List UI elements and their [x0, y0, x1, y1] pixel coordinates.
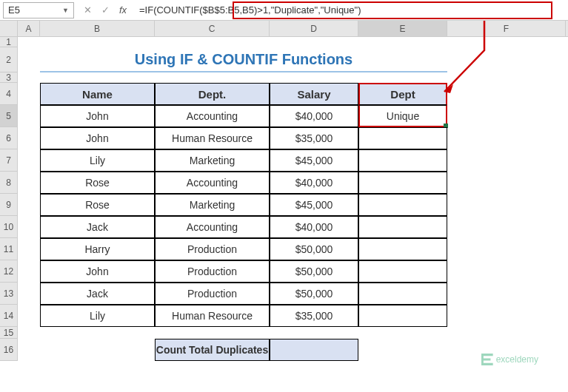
- cell[interactable]: [18, 339, 40, 361]
- cell[interactable]: [447, 72, 566, 83]
- row-header[interactable]: 14: [0, 305, 18, 327]
- row-header[interactable]: 13: [0, 283, 18, 305]
- cell-e[interactable]: [358, 194, 447, 216]
- cell-name[interactable]: Rose: [40, 194, 155, 216]
- row-header[interactable]: 5: [0, 105, 18, 127]
- cell-e[interactable]: [358, 260, 447, 283]
- cell-salary[interactable]: $40,000: [270, 172, 358, 194]
- cell-salary[interactable]: $35,000: [270, 305, 358, 327]
- col-header-C[interactable]: C: [155, 21, 270, 36]
- cell[interactable]: [18, 149, 40, 172]
- cell-dept[interactable]: Production: [155, 238, 270, 260]
- cell-dept[interactable]: Production: [155, 260, 270, 283]
- cell[interactable]: [155, 37, 270, 47]
- cell[interactable]: [18, 238, 40, 260]
- th-salary[interactable]: Salary: [270, 83, 358, 105]
- cell-salary[interactable]: $45,000: [270, 194, 358, 216]
- cell[interactable]: [447, 260, 566, 283]
- col-header-B[interactable]: B: [40, 21, 155, 36]
- cell[interactable]: [18, 194, 40, 216]
- select-all-cell[interactable]: [0, 21, 18, 36]
- cell[interactable]: [447, 37, 566, 47]
- cell[interactable]: [18, 260, 40, 283]
- cell-name[interactable]: Lily: [40, 305, 155, 327]
- count-dup-value[interactable]: [270, 339, 358, 361]
- cell[interactable]: [40, 339, 155, 361]
- cell-name[interactable]: Rose: [40, 172, 155, 194]
- cell-salary[interactable]: $40,000: [270, 216, 358, 238]
- cell[interactable]: [40, 37, 155, 47]
- cell[interactable]: [447, 238, 566, 260]
- cell[interactable]: [18, 327, 40, 339]
- cell-dept[interactable]: Marketing: [155, 194, 270, 216]
- cell-name[interactable]: Jack: [40, 216, 155, 238]
- enter-button[interactable]: ✓: [99, 4, 111, 16]
- row-header[interactable]: 8: [0, 172, 18, 194]
- row-header[interactable]: 10: [0, 216, 18, 238]
- name-box[interactable]: E5 ▼: [3, 2, 74, 18]
- th-dept[interactable]: Dept.: [155, 83, 270, 105]
- cell[interactable]: [18, 305, 40, 327]
- cell-e[interactable]: [358, 305, 447, 327]
- col-header-E[interactable]: E: [358, 21, 447, 36]
- cell[interactable]: [447, 194, 566, 216]
- th-dept2[interactable]: Dept: [358, 83, 447, 105]
- cell[interactable]: [40, 72, 447, 83]
- cell-e[interactable]: [358, 172, 447, 194]
- count-dup-label[interactable]: Count Total Duplicates: [155, 339, 270, 361]
- cell-e[interactable]: [358, 127, 447, 149]
- row-header[interactable]: 15: [0, 327, 18, 339]
- col-header-D[interactable]: D: [270, 21, 358, 36]
- cell[interactable]: [18, 47, 40, 72]
- row-header[interactable]: 4: [0, 83, 18, 105]
- cell-salary[interactable]: $45,000: [270, 149, 358, 172]
- cell-name[interactable]: Harry: [40, 238, 155, 260]
- spreadsheet-grid[interactable]: A B C D E F 1 2 Using IF & COUNTIF Funct…: [0, 21, 568, 361]
- cell[interactable]: [18, 83, 40, 105]
- cell-name[interactable]: John: [40, 105, 155, 127]
- row-header[interactable]: 16: [0, 339, 18, 361]
- chevron-down-icon[interactable]: ▼: [62, 7, 69, 14]
- row-header[interactable]: 2: [0, 47, 18, 72]
- cell[interactable]: [447, 216, 566, 238]
- cell[interactable]: [18, 72, 40, 83]
- cell-e[interactable]: [358, 149, 447, 172]
- cell[interactable]: [18, 216, 40, 238]
- title[interactable]: Using IF & COUNTIF Functions: [40, 47, 447, 72]
- row-header[interactable]: 1: [0, 37, 18, 47]
- row-header[interactable]: 7: [0, 149, 18, 172]
- formula-input-wrap[interactable]: =IF(COUNTIF($B$5:B5,B5)>1,"Duplicate","U…: [136, 2, 565, 18]
- cell[interactable]: [18, 283, 40, 305]
- cell[interactable]: [447, 105, 566, 127]
- cell[interactable]: [447, 47, 566, 72]
- cell-dept[interactable]: Accounting: [155, 172, 270, 194]
- cell-name[interactable]: Lily: [40, 149, 155, 172]
- cell[interactable]: [447, 305, 566, 327]
- cell[interactable]: [18, 127, 40, 149]
- cell[interactable]: [18, 37, 40, 47]
- cell[interactable]: [447, 172, 566, 194]
- cell[interactable]: [447, 83, 566, 105]
- cell-salary[interactable]: $35,000: [270, 127, 358, 149]
- cell-dept[interactable]: Accounting: [155, 105, 270, 127]
- row-header[interactable]: 9: [0, 194, 18, 216]
- th-name[interactable]: Name: [40, 83, 155, 105]
- cell-dept[interactable]: Marketing: [155, 149, 270, 172]
- cell[interactable]: [18, 172, 40, 194]
- cell-salary[interactable]: $50,000: [270, 283, 358, 305]
- cell[interactable]: [358, 339, 447, 361]
- cell-name[interactable]: John: [40, 127, 155, 149]
- cell-dept[interactable]: Production: [155, 283, 270, 305]
- cell[interactable]: [447, 127, 566, 149]
- col-header-A[interactable]: A: [18, 21, 40, 36]
- cell-e[interactable]: [358, 216, 447, 238]
- row-header[interactable]: 12: [0, 260, 18, 283]
- cell-salary[interactable]: $50,000: [270, 238, 358, 260]
- cell[interactable]: [40, 327, 447, 339]
- cell[interactable]: [18, 105, 40, 127]
- cell-salary[interactable]: $50,000: [270, 260, 358, 283]
- cell-name[interactable]: Jack: [40, 283, 155, 305]
- cell[interactable]: [447, 327, 566, 339]
- row-header[interactable]: 6: [0, 127, 18, 149]
- col-header-F[interactable]: F: [447, 21, 566, 36]
